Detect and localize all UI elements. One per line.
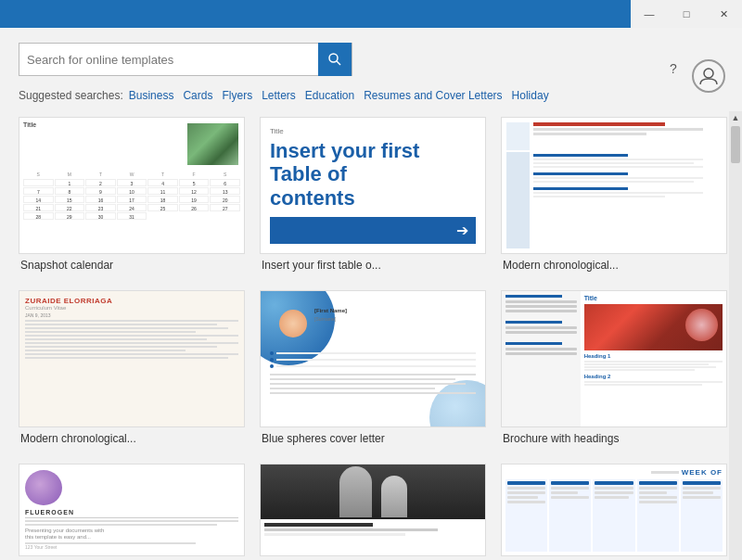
brochure-right: Title Heading 1 Heading 2: [581, 291, 726, 426]
templates-grid: Title S M T W T F S 1: [19, 117, 727, 560]
template-label: Brochure with headings: [501, 432, 620, 445]
template-thumbnail[interactable]: Title Heading 1 Heading 2: [501, 290, 727, 427]
app-banner: [0, 0, 631, 28]
minimize-button[interactable]: —: [631, 0, 668, 28]
search-bar: [19, 43, 352, 76]
dark-title: [264, 523, 373, 527]
suggested-education[interactable]: Education: [305, 89, 354, 102]
toc-heading: Insert your firstTable ofcontents: [270, 139, 419, 210]
template-item[interactable]: [First Name] [Surname]: [260, 290, 486, 445]
resume-modern-thumb: [502, 118, 726, 253]
weekof-header: WEEK OF: [505, 468, 723, 477]
suggested-label: Suggested searches:: [19, 89, 123, 102]
suggested-holiday[interactable]: Holiday: [512, 89, 549, 102]
fluerogen-addr: 123 Your Street: [25, 544, 238, 550]
toc-blue-bar: ➔: [270, 217, 476, 244]
template-thumbnail[interactable]: ZURAIDE ELORRIAGA Curriculum Vitae JAN 9…: [19, 290, 245, 427]
dark-sub1: [264, 528, 438, 531]
weekof-col: [681, 479, 723, 552]
brochure-thumb: Title Heading 1 Heading 2: [502, 291, 726, 426]
close-button[interactable]: ✕: [705, 0, 742, 28]
svg-line-2: [337, 61, 340, 65]
toc-title-small: Title: [270, 127, 284, 135]
search-icon: [327, 52, 342, 67]
template-thumbnail[interactable]: FLUEROGEN Presenting your documents with…: [19, 464, 245, 556]
dark-photo-area: [261, 465, 485, 519]
fluerogen-desc: Presenting your documents with: [25, 528, 238, 533]
search-input[interactable]: [19, 53, 318, 67]
template-thumbnail[interactable]: Title Insert your firstTable ofcontents …: [260, 117, 486, 254]
template-thumbnail[interactable]: Title S M T W T F S 1: [19, 117, 245, 254]
svg-point-1: [329, 54, 338, 62]
scrollbar[interactable]: ▲: [729, 111, 742, 560]
sphere-text: [First Name] [Surname]: [314, 308, 476, 322]
template-label: Snapshot calendar: [19, 259, 115, 272]
scroll-up-button[interactable]: ▲: [729, 111, 742, 124]
toc-thumb: Title Insert your firstTable ofcontents …: [261, 118, 485, 253]
brochure-food-image: [584, 304, 723, 350]
fluerogen-sub: this template is easy and...: [25, 534, 238, 540]
search-section: [0, 28, 742, 83]
template-item[interactable]: Title Insert your firstTable ofcontents …: [260, 117, 486, 272]
template-item[interactable]: FLUEROGEN Presenting your documents with…: [19, 464, 245, 560]
template-label: Modern chronological...: [501, 259, 620, 272]
svg-point-0: [704, 69, 713, 78]
resume-subtitle: Curriculum Vitae: [25, 305, 112, 311]
fluerogen-thumb: FLUEROGEN Presenting your documents with…: [19, 465, 244, 555]
resume-name: ZURAIDE ELORRIAGA: [25, 297, 112, 305]
weekof-thumb: WEEK OF: [502, 465, 726, 555]
template-label: Blue spheres cover letter: [260, 432, 387, 445]
fluerogen-brand: FLUEROGEN: [25, 509, 238, 515]
suggested-flyers[interactable]: Flyers: [222, 89, 252, 102]
weekof-col: [505, 479, 547, 552]
fluerogen-circle: [25, 470, 62, 505]
template-item[interactable]: Modern chronological...: [501, 117, 727, 272]
template-item[interactable]: Our History: [260, 464, 486, 560]
calendar-thumb: Title S M T W T F S 1: [19, 118, 244, 253]
toc-arrow-icon: ➔: [456, 222, 468, 239]
weekof-grid: [505, 479, 723, 552]
suggested-resumes[interactable]: Resumes and Cover Letters: [364, 89, 502, 102]
scroll-thumb[interactable]: [731, 126, 740, 163]
dark-thumb: [261, 465, 485, 555]
template-label: Insert your first table o...: [260, 259, 383, 272]
food-circle: [685, 309, 718, 341]
template-item[interactable]: Title Heading 1 Heading 2: [501, 290, 727, 445]
suggested-searches: Suggested searches: Business Cards Flyer…: [0, 83, 742, 108]
dark-text-area: [261, 519, 485, 555]
template-item[interactable]: Title S M T W T F S 1: [19, 117, 245, 272]
user-icon-area[interactable]: [688, 56, 729, 96]
suggested-cards[interactable]: Cards: [183, 89, 212, 102]
maximize-button[interactable]: □: [668, 0, 705, 28]
templates-area: Title S M T W T F S 1: [0, 111, 742, 560]
template-thumbnail[interactable]: WEEK OF: [501, 464, 727, 556]
weekof-title: WEEK OF: [682, 468, 723, 477]
template-item[interactable]: WEEK OF: [501, 464, 727, 560]
suggested-letters[interactable]: Letters: [262, 89, 296, 102]
resume-date: JAN 9, 2013: [25, 312, 112, 318]
spheres-thumb: [First Name] [Surname]: [261, 291, 485, 426]
sphere-body: [270, 351, 476, 394]
calendar-image: [187, 123, 238, 165]
user-avatar[interactable]: [692, 59, 725, 93]
template-item[interactable]: ZURAIDE ELORRIAGA Curriculum Vitae JAN 9…: [19, 290, 245, 445]
search-button[interactable]: [318, 43, 352, 76]
weekof-col: [593, 479, 634, 552]
template-label: Modern chronological...: [19, 432, 138, 445]
brochure-left: [502, 291, 581, 426]
weekof-col: [637, 479, 679, 552]
template-thumbnail[interactable]: [First Name] [Surname]: [260, 290, 486, 427]
sphere-photo: [279, 310, 307, 337]
help-button[interactable]: ?: [660, 56, 686, 82]
suggested-business[interactable]: Business: [129, 89, 174, 102]
weekof-col: [549, 479, 591, 552]
main-content: ? Suggested searches: Business Cards Fly…: [0, 28, 742, 560]
user-icon: [698, 66, 719, 86]
template-thumbnail[interactable]: [501, 117, 727, 254]
resume1-thumb: ZURAIDE ELORRIAGA Curriculum Vitae JAN 9…: [19, 291, 244, 426]
title-bar: — □ ✕: [631, 0, 742, 28]
template-thumbnail[interactable]: [260, 464, 486, 556]
